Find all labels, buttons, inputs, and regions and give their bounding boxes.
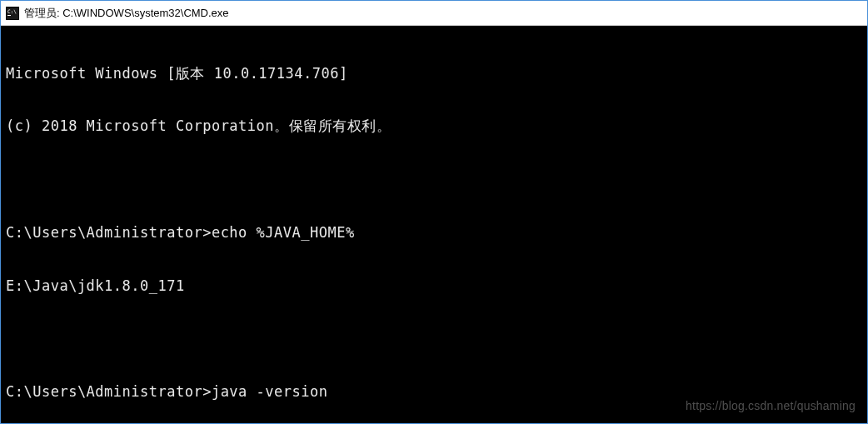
terminal-line: Microsoft Windows [版本 10.0.17134.706]	[6, 65, 862, 82]
watermark: https://blog.csdn.net/qushaming	[686, 399, 856, 414]
svg-text:C:\: C:\	[7, 8, 17, 14]
cmd-icon: C:\	[6, 7, 19, 20]
terminal-line: E:\Java\jdk1.8.0_171	[6, 277, 862, 295]
window-title: 管理员: C:\WINDOWS\system32\CMD.exe	[24, 6, 229, 21]
terminal-line	[6, 171, 862, 188]
terminal-line: C:\Users\Administrator>echo %JAVA_HOME%	[6, 224, 862, 242]
titlebar[interactable]: C:\ 管理员: C:\WINDOWS\system32\CMD.exe	[1, 1, 867, 26]
terminal-line	[6, 330, 862, 347]
svg-rect-3	[7, 15, 11, 16]
terminal-line: (c) 2018 Microsoft Corporation。保留所有权利。	[6, 117, 862, 135]
terminal-area[interactable]: Microsoft Windows [版本 10.0.17134.706] (c…	[1, 26, 867, 423]
cmd-window: C:\ 管理员: C:\WINDOWS\system32\CMD.exe Mic…	[0, 0, 868, 424]
